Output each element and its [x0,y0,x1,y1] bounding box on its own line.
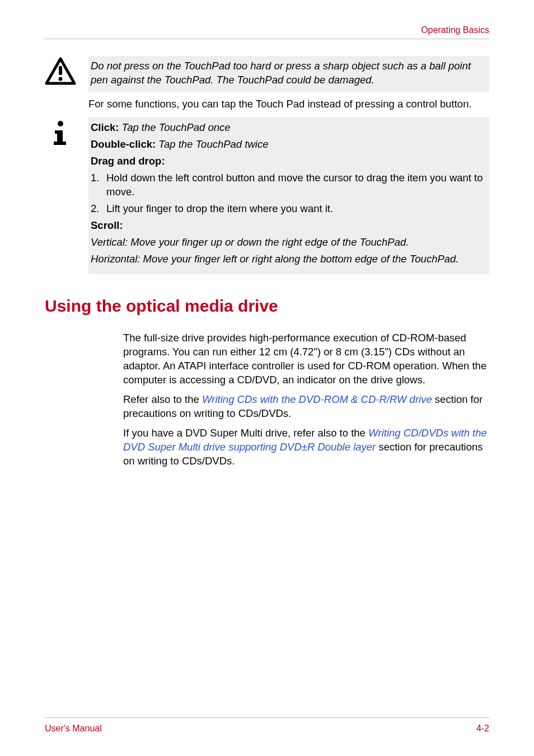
info-icon-col [45,117,88,149]
footer-left: User's Manual [45,724,102,734]
section-para1: The full-size drive provides high-perfor… [123,331,489,387]
click-desc-text: Tap the TouchPad once [122,121,231,133]
section-title: Using the optical media drive [45,297,489,316]
header-category: Operating Basics [45,25,489,35]
double-click-desc: Tap the TouchPad twice [158,138,268,150]
intro-text: For some functions, you can tap the Touc… [88,97,489,111]
step-1-num: 1. [91,171,106,200]
info-row: Click: Tap the TouchPad once Double-clic… [45,117,489,274]
page: Operating Basics Do not press on the Tou… [0,0,534,756]
warning-row: Do not press on the TouchPad too hard or… [45,56,489,117]
horizontal-rule-top [45,39,489,39]
info-icon [45,118,88,149]
footer-right: 4-2 [476,724,489,734]
click-label: Click: [91,121,119,133]
step-1: 1. Hold down the left control button and… [91,171,487,200]
step-1-text: Hold down the left control button and mo… [106,171,487,200]
step-2-num: 2. [91,201,106,216]
link-writing-cds-cdrw[interactable]: Writing CDs with the DVD-ROM & CD-R/RW d… [202,393,432,405]
scroll-label: Scroll: [91,218,487,233]
section-para3: If you have a DVD Super Multi drive, ref… [123,426,489,468]
footer: User's Manual 4-2 [45,717,489,734]
section-para2: Refer also to the Writing CDs with the D… [123,393,489,421]
double-click-label: Double-click: [91,138,156,150]
svg-rect-1 [59,66,62,75]
step-2: 2. Lift your finger to drop the item whe… [91,201,487,216]
scroll-horizontal: Horizontal: Move your finger left or rig… [91,252,487,266]
warning-icon-col [45,56,88,85]
info-box: Click: Tap the TouchPad once Double-clic… [88,117,489,274]
info-content: Click: Tap the TouchPad once Double-clic… [88,117,489,274]
section-body: The full-size drive provides high-perfor… [123,331,489,468]
drag-drop-label: Drag and drop: [91,154,487,168]
svg-point-3 [58,121,63,126]
warning-text: Do not press on the TouchPad too hard or… [88,56,489,92]
para3-before: If you have a DVD Super Multi drive, ref… [123,427,368,439]
para2-before: Refer also to the [123,393,202,405]
warning-icon [45,57,88,85]
scroll-vertical: Vertical: Move your finger up or down th… [91,235,487,250]
double-click-line: Double-click: Tap the TouchPad twice [91,137,487,152]
horizontal-rule-bottom [45,717,489,718]
svg-point-2 [59,77,63,81]
footer-row: User's Manual 4-2 [45,724,489,734]
click-line: Click: Tap the TouchPad once [91,120,487,135]
warning-content: Do not press on the TouchPad too hard or… [88,56,489,117]
step-2-text: Lift your finger to drop the item where … [106,201,487,216]
drag-drop-steps: 1. Hold down the left control button and… [91,171,487,217]
